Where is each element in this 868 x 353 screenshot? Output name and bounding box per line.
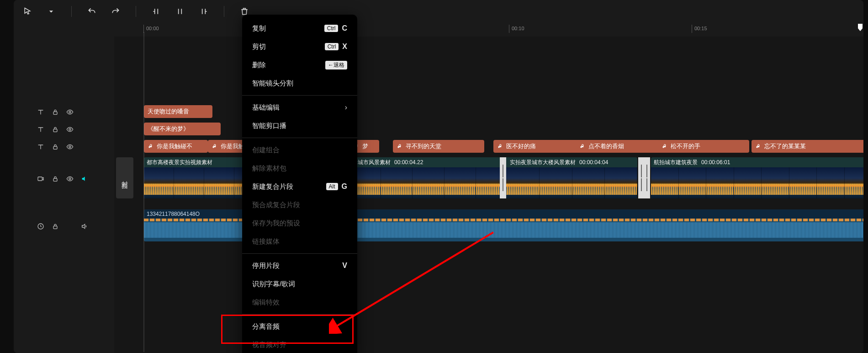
text-icon xyxy=(37,108,45,116)
clip-handle[interactable] xyxy=(500,157,506,198)
svg-point-1 xyxy=(69,111,71,113)
cover-label: 封面 xyxy=(121,176,129,180)
video-editor-timeline: 00:00 00:10 00:15 xyxy=(14,0,863,353)
menu-item-识别字幕/歌词[interactable]: 识别字幕/歌词 xyxy=(242,275,357,293)
speaker-icon[interactable] xyxy=(80,222,89,230)
menu-item-新建复合片段[interactable]: 新建复合片段AltG xyxy=(242,177,357,196)
visibility-icon[interactable] xyxy=(66,143,74,151)
menu-item-基础编辑[interactable]: 基础编辑› xyxy=(242,98,357,117)
menu-item-删除[interactable]: 删除←退格 xyxy=(242,56,357,74)
clip-label: 寻不到的天堂 xyxy=(406,142,441,150)
cover-button[interactable]: 封面 xyxy=(116,157,133,198)
lock-icon[interactable] xyxy=(51,143,59,151)
video-icon xyxy=(37,175,45,183)
playhead-icon[interactable] xyxy=(857,23,863,32)
menu-item-label: 预合成复合片段 xyxy=(252,201,300,209)
clip-label: 医不好的痛 xyxy=(506,142,536,150)
menu-item-label: 创建组合 xyxy=(252,146,280,155)
text-clip[interactable]: 天使吻过的嗓音 xyxy=(144,105,212,118)
clip-label: 点不着的香烟 xyxy=(588,142,624,150)
menu-item-label: 复制 xyxy=(252,24,266,33)
video-clip-title: 航拍城市建筑夜景 xyxy=(654,159,698,166)
menu-item-label: 识别字幕/歌词 xyxy=(252,280,295,289)
menu-item-复制[interactable]: 复制CtrlC xyxy=(242,19,357,37)
pointer-tool[interactable] xyxy=(22,6,33,17)
undo-button[interactable] xyxy=(86,6,97,17)
kbd-key: V xyxy=(342,262,347,270)
audio-icon xyxy=(37,222,45,230)
video-clip-duration: 00:00:04:04 xyxy=(579,159,608,166)
music-note-icon xyxy=(579,143,586,150)
track-controls-column xyxy=(14,37,114,353)
mute-icon[interactable] xyxy=(80,175,89,183)
menu-item-label: 解除素材包 xyxy=(252,164,286,173)
ruler-tick: 00:15 xyxy=(694,26,707,31)
clip-label: 你是我触碰不 xyxy=(157,142,192,150)
text-lane: 《醒不来的梦》 xyxy=(114,123,863,135)
ruler-marker xyxy=(143,32,144,352)
subtitle-clip[interactable]: 你是我触碰不 xyxy=(144,140,208,153)
kbd-key: C xyxy=(342,24,347,32)
menu-item-label: 新建复合片段 xyxy=(252,182,293,191)
menu-item-智能镜头分割[interactable]: 智能镜头分割 xyxy=(242,74,357,92)
video-clip-duration: 00:00:04.22 xyxy=(394,159,423,166)
menu-item-label: 链接媒体 xyxy=(252,237,280,246)
menu-item-预合成复合片段: 预合成复合片段 xyxy=(242,196,357,214)
clip-handle[interactable] xyxy=(644,157,650,198)
menu-item-视音频对齐: 视音频对齐 xyxy=(242,336,357,353)
timeline-ruler[interactable]: 00:00 00:10 00:15 xyxy=(114,23,863,37)
kbd-badge: ←退格 xyxy=(325,61,347,70)
lock-icon[interactable] xyxy=(51,175,59,183)
text-clip[interactable]: 《醒不来的梦》 xyxy=(144,123,221,135)
audio-track-controls xyxy=(14,210,114,242)
text-track-controls xyxy=(14,121,114,138)
menu-divider xyxy=(242,95,357,96)
subtitle-clip[interactable]: 忘不了的某某某 xyxy=(752,140,863,153)
menu-item-链接媒体: 链接媒体 xyxy=(242,232,357,251)
subtitle-clip[interactable]: 寻不到的天堂 xyxy=(393,140,484,153)
menu-item-label: 智能剪口播 xyxy=(252,122,286,130)
kbd-badge: Ctrl xyxy=(325,43,339,50)
menu-item-label: 停用片段 xyxy=(252,262,280,270)
context-menu: 复制CtrlC剪切CtrlX删除←退格智能镜头分割基础编辑›智能剪口播创建组合解… xyxy=(242,15,357,353)
split-left-button[interactable] xyxy=(151,6,162,17)
menu-item-分离音频[interactable]: 分离音频 xyxy=(242,317,357,336)
svg-rect-2 xyxy=(53,129,57,132)
visibility-icon[interactable] xyxy=(66,125,74,134)
subtitle-clip[interactable]: 松不开的手 xyxy=(658,140,749,153)
kbd-key: G xyxy=(342,182,347,191)
video-clip[interactable]: 航拍城市建筑夜景00:00:06:01 xyxy=(651,157,863,198)
clip-label: 忘不了的某某某 xyxy=(764,142,806,150)
video-clip[interactable]: 实拍夜景城市大楼风景素材00:00:04:04 xyxy=(507,157,637,198)
svg-point-8 xyxy=(69,178,71,180)
clip-label: 天使吻过的嗓音 xyxy=(148,107,189,116)
menu-item-剪切[interactable]: 剪切CtrlX xyxy=(242,37,357,56)
audio-clip-label: 1334211788064148O xyxy=(147,211,200,217)
menu-item-label: 删除 xyxy=(252,61,266,70)
clips-area[interactable]: 天使吻过的嗓音 《醒不来的梦》 你是我触碰不你是我触碰梦寻不到的天堂医不好的痛点… xyxy=(114,37,863,353)
visibility-icon[interactable] xyxy=(66,175,74,183)
split-right-button[interactable] xyxy=(198,6,209,17)
menu-item-创建组合: 创建组合 xyxy=(242,141,357,159)
split-button[interactable] xyxy=(175,6,185,17)
lock-icon[interactable] xyxy=(51,222,59,230)
menu-item-label: 编辑特效 xyxy=(252,298,280,307)
subtitle-clip[interactable]: 医不好的痛 xyxy=(493,140,585,153)
subtitle-clip[interactable]: 点不着的香烟 xyxy=(576,140,667,153)
video-lane: 封面 都市高楼夜景实拍视频素材景城市风景素材00:00:04.22实拍夜景城市大… xyxy=(114,157,863,198)
lock-icon[interactable] xyxy=(51,108,59,116)
text-icon xyxy=(37,125,45,134)
svg-rect-0 xyxy=(53,112,57,114)
music-note-icon xyxy=(497,143,503,150)
lock-icon[interactable] xyxy=(51,125,59,134)
redo-button[interactable] xyxy=(110,6,121,17)
clip-label: 《醒不来的梦》 xyxy=(148,125,189,133)
music-note-icon xyxy=(662,143,668,150)
menu-item-label: 基础编辑 xyxy=(252,103,280,112)
svg-point-3 xyxy=(69,128,71,130)
kbd-key: X xyxy=(342,43,347,51)
menu-item-停用片段[interactable]: 停用片段V xyxy=(242,257,357,275)
visibility-icon[interactable] xyxy=(66,108,74,116)
tool-dropdown-icon[interactable] xyxy=(46,6,57,17)
menu-item-智能剪口播[interactable]: 智能剪口播 xyxy=(242,117,357,135)
